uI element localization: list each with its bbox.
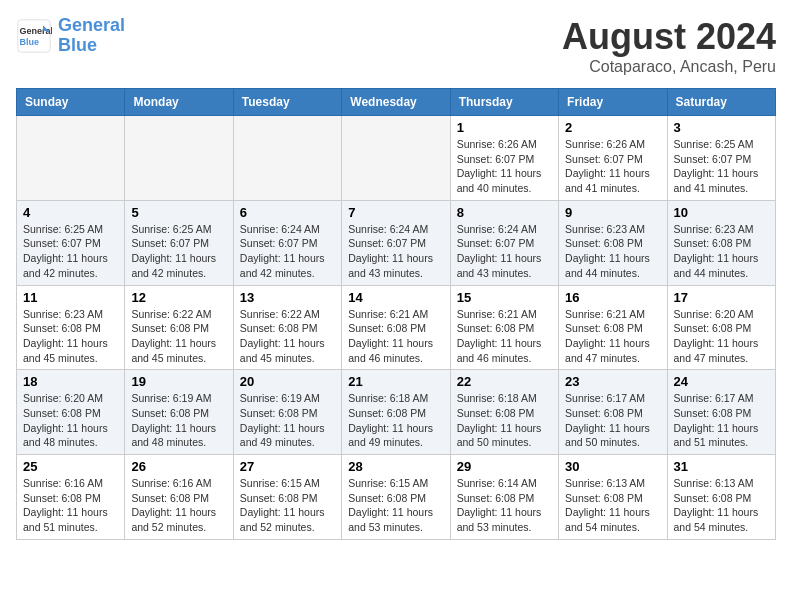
cell-date: 27 [240,459,335,474]
cell-date: 5 [131,205,226,220]
calendar-subtitle: Cotaparaco, Ancash, Peru [562,58,776,76]
calendar-cell: 26Sunrise: 6:16 AM Sunset: 6:08 PM Dayli… [125,455,233,540]
cell-date: 6 [240,205,335,220]
calendar-cell: 29Sunrise: 6:14 AM Sunset: 6:08 PM Dayli… [450,455,558,540]
cell-date: 30 [565,459,660,474]
cell-info: Sunrise: 6:22 AM Sunset: 6:08 PM Dayligh… [240,307,335,366]
cell-date: 8 [457,205,552,220]
cell-date: 28 [348,459,443,474]
cell-info: Sunrise: 6:13 AM Sunset: 6:08 PM Dayligh… [565,476,660,535]
cell-date: 3 [674,120,769,135]
cell-info: Sunrise: 6:16 AM Sunset: 6:08 PM Dayligh… [131,476,226,535]
cell-info: Sunrise: 6:16 AM Sunset: 6:08 PM Dayligh… [23,476,118,535]
calendar-cell: 31Sunrise: 6:13 AM Sunset: 6:08 PM Dayli… [667,455,775,540]
calendar-week-4: 18Sunrise: 6:20 AM Sunset: 6:08 PM Dayli… [17,370,776,455]
cell-info: Sunrise: 6:25 AM Sunset: 6:07 PM Dayligh… [23,222,118,281]
cell-info: Sunrise: 6:24 AM Sunset: 6:07 PM Dayligh… [348,222,443,281]
cell-info: Sunrise: 6:13 AM Sunset: 6:08 PM Dayligh… [674,476,769,535]
cell-date: 19 [131,374,226,389]
day-header-saturday: Saturday [667,89,775,116]
calendar-cell: 13Sunrise: 6:22 AM Sunset: 6:08 PM Dayli… [233,285,341,370]
cell-date: 1 [457,120,552,135]
calendar-cell [17,116,125,201]
calendar-cell: 16Sunrise: 6:21 AM Sunset: 6:08 PM Dayli… [559,285,667,370]
cell-date: 7 [348,205,443,220]
cell-info: Sunrise: 6:14 AM Sunset: 6:08 PM Dayligh… [457,476,552,535]
calendar-cell: 10Sunrise: 6:23 AM Sunset: 6:08 PM Dayli… [667,200,775,285]
cell-date: 18 [23,374,118,389]
cell-info: Sunrise: 6:21 AM Sunset: 6:08 PM Dayligh… [348,307,443,366]
day-header-monday: Monday [125,89,233,116]
cell-info: Sunrise: 6:23 AM Sunset: 6:08 PM Dayligh… [674,222,769,281]
calendar-week-2: 4Sunrise: 6:25 AM Sunset: 6:07 PM Daylig… [17,200,776,285]
cell-info: Sunrise: 6:20 AM Sunset: 6:08 PM Dayligh… [674,307,769,366]
calendar-cell: 4Sunrise: 6:25 AM Sunset: 6:07 PM Daylig… [17,200,125,285]
cell-date: 14 [348,290,443,305]
calendar-cell: 5Sunrise: 6:25 AM Sunset: 6:07 PM Daylig… [125,200,233,285]
calendar-body: 1Sunrise: 6:26 AM Sunset: 6:07 PM Daylig… [17,116,776,540]
calendar-cell: 6Sunrise: 6:24 AM Sunset: 6:07 PM Daylig… [233,200,341,285]
calendar-cell: 28Sunrise: 6:15 AM Sunset: 6:08 PM Dayli… [342,455,450,540]
calendar-cell: 11Sunrise: 6:23 AM Sunset: 6:08 PM Dayli… [17,285,125,370]
cell-date: 4 [23,205,118,220]
cell-info: Sunrise: 6:25 AM Sunset: 6:07 PM Dayligh… [131,222,226,281]
calendar-cell: 24Sunrise: 6:17 AM Sunset: 6:08 PM Dayli… [667,370,775,455]
calendar-cell: 23Sunrise: 6:17 AM Sunset: 6:08 PM Dayli… [559,370,667,455]
day-header-wednesday: Wednesday [342,89,450,116]
calendar-cell [125,116,233,201]
cell-info: Sunrise: 6:26 AM Sunset: 6:07 PM Dayligh… [565,137,660,196]
calendar-cell: 3Sunrise: 6:25 AM Sunset: 6:07 PM Daylig… [667,116,775,201]
cell-date: 11 [23,290,118,305]
calendar-cell: 12Sunrise: 6:22 AM Sunset: 6:08 PM Dayli… [125,285,233,370]
calendar-cell: 25Sunrise: 6:16 AM Sunset: 6:08 PM Dayli… [17,455,125,540]
cell-info: Sunrise: 6:25 AM Sunset: 6:07 PM Dayligh… [674,137,769,196]
cell-info: Sunrise: 6:15 AM Sunset: 6:08 PM Dayligh… [348,476,443,535]
cell-info: Sunrise: 6:18 AM Sunset: 6:08 PM Dayligh… [348,391,443,450]
calendar-title: August 2024 [562,16,776,58]
calendar-cell: 14Sunrise: 6:21 AM Sunset: 6:08 PM Dayli… [342,285,450,370]
calendar-cell [233,116,341,201]
cell-date: 21 [348,374,443,389]
calendar-cell: 21Sunrise: 6:18 AM Sunset: 6:08 PM Dayli… [342,370,450,455]
cell-info: Sunrise: 6:18 AM Sunset: 6:08 PM Dayligh… [457,391,552,450]
cell-info: Sunrise: 6:24 AM Sunset: 6:07 PM Dayligh… [457,222,552,281]
cell-date: 31 [674,459,769,474]
calendar-cell: 17Sunrise: 6:20 AM Sunset: 6:08 PM Dayli… [667,285,775,370]
cell-info: Sunrise: 6:20 AM Sunset: 6:08 PM Dayligh… [23,391,118,450]
cell-info: Sunrise: 6:19 AM Sunset: 6:08 PM Dayligh… [131,391,226,450]
calendar-table: SundayMondayTuesdayWednesdayThursdayFrid… [16,88,776,540]
cell-info: Sunrise: 6:17 AM Sunset: 6:08 PM Dayligh… [674,391,769,450]
cell-date: 12 [131,290,226,305]
page-header: General Blue GeneralBlue August 2024 Cot… [16,16,776,76]
calendar-cell: 22Sunrise: 6:18 AM Sunset: 6:08 PM Dayli… [450,370,558,455]
cell-info: Sunrise: 6:21 AM Sunset: 6:08 PM Dayligh… [565,307,660,366]
day-header-tuesday: Tuesday [233,89,341,116]
logo-icon: General Blue [16,18,52,54]
cell-date: 10 [674,205,769,220]
cell-date: 9 [565,205,660,220]
cell-info: Sunrise: 6:22 AM Sunset: 6:08 PM Dayligh… [131,307,226,366]
cell-date: 24 [674,374,769,389]
calendar-cell [342,116,450,201]
logo-text: GeneralBlue [58,16,125,56]
calendar-week-1: 1Sunrise: 6:26 AM Sunset: 6:07 PM Daylig… [17,116,776,201]
day-header-friday: Friday [559,89,667,116]
cell-date: 20 [240,374,335,389]
calendar-cell: 15Sunrise: 6:21 AM Sunset: 6:08 PM Dayli… [450,285,558,370]
day-header-sunday: Sunday [17,89,125,116]
cell-info: Sunrise: 6:17 AM Sunset: 6:08 PM Dayligh… [565,391,660,450]
cell-date: 29 [457,459,552,474]
calendar-cell: 8Sunrise: 6:24 AM Sunset: 6:07 PM Daylig… [450,200,558,285]
cell-info: Sunrise: 6:23 AM Sunset: 6:08 PM Dayligh… [23,307,118,366]
calendar-header-row: SundayMondayTuesdayWednesdayThursdayFrid… [17,89,776,116]
cell-info: Sunrise: 6:23 AM Sunset: 6:08 PM Dayligh… [565,222,660,281]
cell-date: 25 [23,459,118,474]
cell-date: 15 [457,290,552,305]
calendar-cell: 27Sunrise: 6:15 AM Sunset: 6:08 PM Dayli… [233,455,341,540]
cell-info: Sunrise: 6:21 AM Sunset: 6:08 PM Dayligh… [457,307,552,366]
cell-date: 2 [565,120,660,135]
cell-date: 13 [240,290,335,305]
calendar-cell: 9Sunrise: 6:23 AM Sunset: 6:08 PM Daylig… [559,200,667,285]
calendar-cell: 20Sunrise: 6:19 AM Sunset: 6:08 PM Dayli… [233,370,341,455]
logo: General Blue GeneralBlue [16,16,125,56]
